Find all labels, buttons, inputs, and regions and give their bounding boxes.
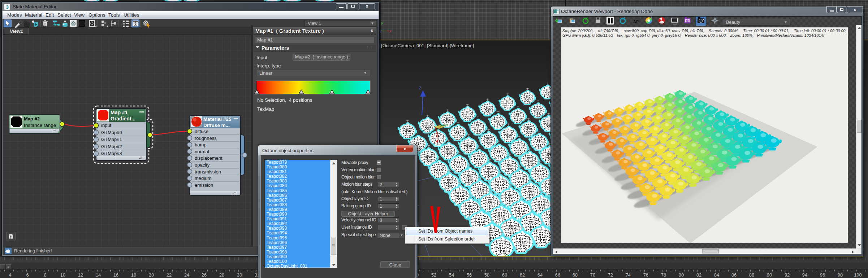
svg-text:Gradient...: Gradient... [111,116,135,122]
svg-text:x: x [389,29,392,33]
svg-text:GTMap#3: GTMap#3 [101,151,122,156]
svg-text:displacement: displacement [195,155,223,161]
svg-text:bump: bump [195,142,207,147]
svg-text:GTMap#0: GTMap#0 [101,130,122,135]
svg-text:normal: normal [195,149,209,154]
svg-text:Map #2: Map #2 [24,116,40,122]
svg-text:Diffuse m...: Diffuse m... [203,123,230,128]
svg-text:y: y [381,21,384,25]
svg-text:diffuse: diffuse [195,129,208,134]
svg-text:z: z [380,29,382,33]
svg-text:emission: emission [195,182,213,188]
svg-text:AF: AF [633,19,639,24]
svg-text:Z: Z [419,86,421,90]
svg-text:Instance range: Instance range [24,123,56,128]
svg-text:medium: medium [195,176,211,181]
svg-text:Material #25: Material #25 [203,116,232,122]
svg-text:GTMap#2: GTMap#2 [101,144,122,149]
svg-text:transmission: transmission [195,169,221,175]
svg-text:input: input [101,123,112,128]
svg-text:Map #1: Map #1 [111,110,128,115]
svg-text:GTMap#1: GTMap#1 [101,137,122,142]
svg-text:opacity: opacity [195,162,210,168]
svg-text:roughness: roughness [195,136,217,141]
